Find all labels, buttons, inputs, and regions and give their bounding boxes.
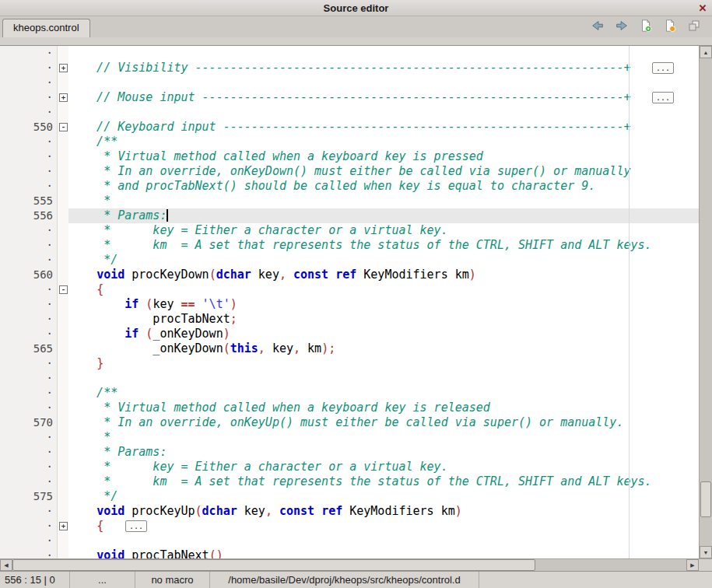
code-line-text[interactable]: * and procTabNext() should be called whe… xyxy=(68,179,699,194)
line-number[interactable]: · xyxy=(0,149,57,164)
line-number[interactable]: · xyxy=(0,164,57,179)
code-line[interactable]: ·+ // Visibility -----------------------… xyxy=(0,61,699,75)
code-line[interactable]: ·- { xyxy=(0,282,699,297)
line-number[interactable]: · xyxy=(0,223,57,238)
code-line[interactable]: · * km = A set that represents the statu… xyxy=(0,474,699,489)
line-number[interactable]: · xyxy=(0,371,57,386)
code-line[interactable]: ·+ {... xyxy=(0,519,699,534)
code-line-text[interactable] xyxy=(68,105,699,120)
close-icon[interactable]: ✕ xyxy=(693,2,712,14)
line-number[interactable]: 550 xyxy=(0,120,57,135)
line-number[interactable]: · xyxy=(0,460,57,474)
save-document-button[interactable] xyxy=(662,19,678,35)
collapsed-fold-ellipsis[interactable]: ... xyxy=(125,520,147,532)
code-line-text[interactable]: if (_onKeyDown) xyxy=(68,327,699,341)
code-line-text[interactable]: void procKeyUp(dchar key, const ref KeyM… xyxy=(68,504,699,519)
code-line-text[interactable]: if (key == '\t') xyxy=(68,297,699,312)
line-number[interactable]: · xyxy=(0,430,57,445)
code-line-text[interactable] xyxy=(68,534,699,548)
current-code-line-text[interactable]: * Params: xyxy=(68,208,699,223)
line-number[interactable]: · xyxy=(0,504,57,519)
new-document-button[interactable] xyxy=(638,19,654,35)
fold-margin[interactable]: - xyxy=(57,282,68,297)
code-line[interactable]: · */ xyxy=(0,253,699,268)
code-line[interactable]: 570 * In an override, onKeyUp() must eit… xyxy=(0,415,699,430)
code-line[interactable]: · /** xyxy=(0,386,699,401)
code-line[interactable]: · void procTabNext() xyxy=(0,548,699,558)
code-line[interactable]: · xyxy=(0,534,699,548)
line-number[interactable]: · xyxy=(0,386,57,401)
code-line[interactable]: 556 * Params: xyxy=(0,208,699,223)
code-line[interactable]: · void procKeyUp(dchar key, const ref Ke… xyxy=(0,504,699,519)
fold-collapse-icon[interactable]: - xyxy=(59,285,68,294)
horizontal-scrollbar-thumb[interactable] xyxy=(12,559,535,571)
code-line-text[interactable]: * xyxy=(68,194,699,208)
code-line-text[interactable]: * In an override, onKeyUp() must either … xyxy=(68,415,699,430)
scroll-right-icon[interactable]: ▶ xyxy=(686,559,699,571)
line-number[interactable]: · xyxy=(0,135,57,149)
line-number[interactable]: · xyxy=(0,327,57,341)
code-editor[interactable]: ··+ // Visibility ----------------------… xyxy=(0,45,712,558)
code-line[interactable]: · if (_onKeyDown) xyxy=(0,327,699,341)
code-line[interactable]: · /** xyxy=(0,135,699,149)
code-line-text[interactable]: /** xyxy=(68,135,699,149)
code-line[interactable]: · } xyxy=(0,356,699,371)
code-line-text[interactable]: */ xyxy=(68,253,699,268)
line-number[interactable]: · xyxy=(0,534,57,548)
line-number[interactable]: · xyxy=(0,90,57,105)
horizontal-scrollbar[interactable]: ◀ ▶ xyxy=(0,558,699,571)
code-line[interactable]: · * In an override, onKeyDown() must eit… xyxy=(0,164,699,179)
code-line-text[interactable]: */ xyxy=(68,489,699,504)
line-number[interactable]: · xyxy=(0,519,57,534)
code-line[interactable]: 560 void procKeyDown(dchar key, const re… xyxy=(0,268,699,282)
collapsed-fold-ellipsis[interactable]: ... xyxy=(652,92,674,103)
scroll-up-icon[interactable]: ▲ xyxy=(700,46,712,58)
code-line[interactable]: · xyxy=(0,105,699,120)
line-number[interactable]: · xyxy=(0,312,57,327)
code-line[interactable]: · * Virtual method called when a keyboar… xyxy=(0,401,699,415)
code-line[interactable]: · procTabNext; xyxy=(0,312,699,327)
code-line[interactable]: · xyxy=(0,46,699,61)
line-number[interactable]: 570 xyxy=(0,415,57,430)
previous-button[interactable] xyxy=(590,19,605,35)
line-number[interactable]: 575 xyxy=(0,489,57,504)
detach-button[interactable] xyxy=(686,19,702,35)
fold-margin[interactable]: + xyxy=(57,61,68,75)
code-line[interactable]: · xyxy=(0,371,699,386)
code-line-text[interactable]: } xyxy=(68,356,699,371)
vertical-scrollbar-thumb[interactable] xyxy=(700,481,711,517)
code-line-text[interactable]: * key = Either a character or a virtual … xyxy=(68,460,699,474)
fold-margin[interactable]: + xyxy=(57,90,68,105)
code-line-text[interactable]: procTabNext; xyxy=(68,312,699,327)
code-line[interactable]: · * Params: xyxy=(0,445,699,460)
code-line[interactable]: · * km = A set that represents the statu… xyxy=(0,238,699,253)
code-line-text[interactable]: * key = Either a character or a virtual … xyxy=(68,223,699,238)
code-line-text[interactable]: { xyxy=(68,282,699,297)
line-number[interactable]: · xyxy=(0,105,57,120)
code-line-text[interactable]: * Params: xyxy=(68,445,699,460)
code-line[interactable]: 575 */ xyxy=(0,489,699,504)
code-line[interactable]: 550- // Keyboard input -----------------… xyxy=(0,120,699,135)
code-line-text[interactable]: void procKeyDown(dchar key, const ref Ke… xyxy=(68,268,699,282)
code-line-text[interactable]: // Keyboard input ----------------------… xyxy=(68,120,699,135)
code-line-text[interactable] xyxy=(68,371,699,386)
code-line-text[interactable]: * Virtual method called when a keyboard … xyxy=(68,149,699,164)
code-line-text[interactable]: * Virtual method called when a keyboard … xyxy=(68,401,699,415)
code-line-text[interactable]: * xyxy=(68,430,699,445)
fold-margin[interactable]: - xyxy=(57,120,68,135)
line-number[interactable]: · xyxy=(0,179,57,194)
code-line[interactable]: · xyxy=(0,75,699,90)
line-number[interactable]: 565 xyxy=(0,341,57,356)
code-line-text[interactable]: /** xyxy=(68,386,699,401)
code-line[interactable]: · * key = Either a character or a virtua… xyxy=(0,460,699,474)
line-number[interactable]: · xyxy=(0,282,57,297)
fold-collapse-icon[interactable]: - xyxy=(59,123,68,131)
code-line-text[interactable]: // Visibility --------------------------… xyxy=(68,61,699,75)
scroll-left-icon[interactable]: ◀ xyxy=(0,559,12,571)
code-line-text[interactable]: // Mouse input -------------------------… xyxy=(68,90,699,105)
fold-expand-icon[interactable]: + xyxy=(59,64,68,72)
code-line[interactable]: · * and procTabNext() should be called w… xyxy=(0,179,699,194)
code-line[interactable]: · * key = Either a character or a virtua… xyxy=(0,223,699,238)
line-number[interactable]: · xyxy=(0,445,57,460)
vertical-scrollbar[interactable]: ▲ ▼ xyxy=(699,46,712,558)
